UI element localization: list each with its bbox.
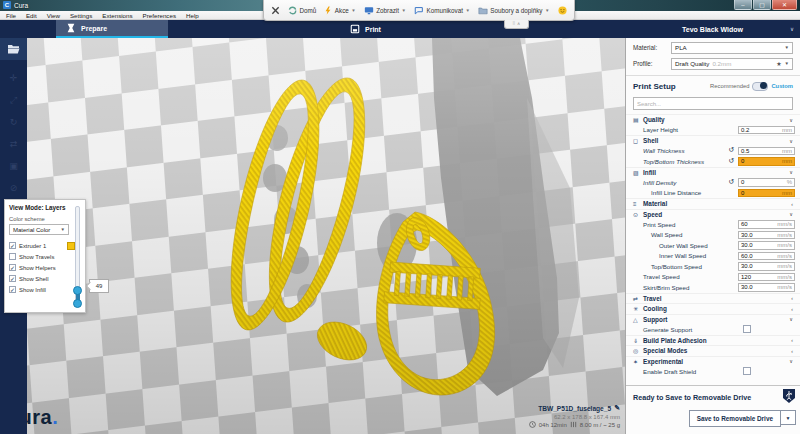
- setting-row-top-bottom-thickness: Top/Bottom Thickness↺0mm: [626, 156, 800, 167]
- section-experimental[interactable]: ✶Experimental∨: [626, 356, 800, 367]
- chevron-down-icon: ▼: [351, 8, 355, 13]
- reset-to-default-icon[interactable]: ↺: [728, 146, 734, 154]
- menu-settings[interactable]: Settings: [70, 12, 92, 19]
- smiley-button[interactable]: [558, 6, 567, 15]
- support-blocker-tool[interactable]: ⊘: [0, 177, 27, 199]
- per-model-settings-tool[interactable]: ▣: [0, 155, 27, 177]
- section-cooling[interactable]: ✳Cooling‹: [626, 303, 800, 314]
- section-build-plate-adhesion[interactable]: ⇓Build Plate Adhesion‹: [626, 335, 800, 346]
- input-inner-wall-speed[interactable]: 60.0mm/s: [738, 252, 795, 261]
- input-layer-height[interactable]: 0.2mm: [738, 126, 795, 135]
- scale-icon: ⤢: [10, 96, 17, 105]
- save-to-removable-drive-button[interactable]: Save to Removable Drive: [689, 410, 781, 427]
- reset-to-default-icon[interactable]: ↺: [728, 157, 734, 165]
- reset-to-default-icon[interactable]: ↺: [728, 178, 734, 186]
- zobrazit-button[interactable]: Zobrazit▼: [364, 6, 406, 15]
- section-infill[interactable]: ▨Infill∨: [626, 167, 800, 178]
- menu-edit[interactable]: Edit: [26, 12, 37, 19]
- section-material[interactable]: ≡Material‹: [626, 198, 800, 209]
- checkbox-show-helpers[interactable]: ✓: [9, 264, 16, 271]
- output-status: Ready to Save to Removable Drive: [633, 393, 751, 402]
- recommended-label: Recommended: [710, 83, 749, 89]
- menu-preferences[interactable]: Preferences: [143, 12, 176, 19]
- move-tool[interactable]: ✛: [0, 67, 27, 89]
- section-speed[interactable]: ⊙Speed∨: [626, 209, 800, 220]
- input-skirt-brim-speed[interactable]: 30.0mm/s: [738, 283, 795, 292]
- setup-mode-toggle[interactable]: [752, 82, 768, 91]
- checkbox-show-infill[interactable]: ✓: [9, 286, 16, 293]
- minimize-button[interactable]: –: [734, 0, 752, 10]
- checkbox-extruder-1[interactable]: ✓: [9, 242, 16, 249]
- setting-row-outer-wall-speed: Outer Wall Speed30.0mm/s: [626, 240, 800, 251]
- setting-row-enable-draft-shield: Enable Draft Shield: [626, 366, 800, 377]
- material-select[interactable]: PLA ▼: [671, 42, 793, 54]
- input-infill-line-distance[interactable]: 0mm: [738, 189, 795, 198]
- soubory-a-dopl-ky-button[interactable]: Soubory a doplňky▼: [478, 6, 550, 15]
- scale-tool[interactable]: ⤢: [0, 89, 27, 111]
- tab-prepare[interactable]: Prepare: [56, 20, 168, 38]
- menu-file[interactable]: File: [6, 12, 16, 19]
- menu-help[interactable]: Help: [186, 12, 199, 19]
- input-print-speed[interactable]: 60mm/s: [738, 220, 795, 229]
- checkbox-show-travels[interactable]: [9, 253, 16, 260]
- mirror-tool[interactable]: ⇄: [0, 133, 27, 155]
- rotate-icon: ↻: [10, 118, 18, 127]
- section-support[interactable]: △Support∨: [626, 314, 800, 325]
- rotate-tool[interactable]: ↻: [0, 111, 27, 133]
- star-icon[interactable]: ★: [776, 60, 781, 67]
- setting-row-skirt-brim-speed: Skirt/Brim Speed30.0mm/s: [626, 282, 800, 293]
- chevron-down-icon: ∨: [790, 26, 794, 32]
- input-wall-thickness[interactable]: 0.5mm: [738, 147, 795, 156]
- remote-toolbar-collapse[interactable]: ⁞⁞∧: [504, 20, 529, 29]
- custom-label[interactable]: Custom: [771, 83, 793, 89]
- section-travel[interactable]: ⇄Travel‹: [626, 293, 800, 304]
- checkbox-show-shell[interactable]: ✓: [9, 275, 16, 282]
- komunikovat-button[interactable]: Komunikovat▼: [414, 6, 470, 15]
- layer-slider-handle-top[interactable]: [73, 286, 82, 295]
- input-infill-density[interactable]: 0%: [738, 178, 795, 187]
- output-device-dropdown[interactable]: ▼: [781, 410, 796, 425]
- edit-name-icon[interactable]: ✎: [614, 404, 620, 412]
- search-input[interactable]: [634, 101, 792, 107]
- color-scheme-select[interactable]: Material Color ▼: [9, 224, 69, 235]
- layer-slider-handle-bottom[interactable]: [73, 299, 82, 308]
- setting-row-layer-height: Layer Height0.2mm: [626, 125, 800, 136]
- input-outer-wall-speed[interactable]: 30.0mm/s: [738, 241, 795, 250]
- cura-window: View Mode: Layers Color scheme Material …: [0, 0, 800, 434]
- chevron-down-icon: ▼: [465, 8, 469, 13]
- infill-section-icon: ▨: [633, 169, 643, 176]
- model-dimensions: 62.2 x 178.8 x 167.4 mm: [529, 414, 620, 420]
- input-travel-speed[interactable]: 120mm/s: [738, 273, 795, 282]
- checkbox-generate-support[interactable]: [743, 325, 751, 333]
- viewoption-show-shell: ✓Show Shell: [9, 273, 75, 284]
- close-session-button[interactable]: [271, 6, 280, 15]
- print-estimates: 04h 12min 8.00 m / ~ 25 g: [529, 421, 620, 428]
- chevron-down-icon: ▼: [402, 8, 406, 13]
- chevron-left-icon: ‹: [791, 295, 793, 301]
- section-shell[interactable]: ◻Shell∨: [626, 135, 800, 146]
- checkbox-enable-draft-shield[interactable]: [743, 367, 751, 375]
- layer-range-slider[interactable]: [73, 206, 80, 304]
- input-top-bottom-thickness[interactable]: 0mm: [738, 157, 795, 166]
- dom-button[interactable]: Domů: [288, 6, 316, 15]
- cooling-section-icon: ✳: [633, 305, 643, 312]
- settings-search: [633, 97, 793, 110]
- toggle-knob: [760, 82, 767, 89]
- machine-selector[interactable]: Tevo Black Widow ∨: [625, 20, 800, 38]
- menu-extensions[interactable]: Extensions: [102, 12, 132, 19]
- menu-view[interactable]: View: [47, 12, 60, 19]
- viewport-3d[interactable]: [27, 38, 625, 434]
- close-button[interactable]: ✕: [772, 0, 797, 10]
- input-wall-speed[interactable]: 30.0mm/s: [738, 231, 795, 240]
- setting-row-infill-line-distance: Infill Line Distance0mm: [626, 188, 800, 199]
- section-special-modes[interactable]: ◎Special Modes‹: [626, 345, 800, 356]
- input-top-bottom-speed[interactable]: 30.0mm/s: [738, 262, 795, 271]
- tab-print[interactable]: Print: [340, 20, 391, 38]
- profile-select[interactable]: Draft Quality 0.2mm ★ ▼: [671, 58, 793, 70]
- section-quality[interactable]: ▤Quality∨: [626, 114, 800, 125]
- viewoption-show-infill: ✓Show Infill: [9, 284, 75, 295]
- maximize-button[interactable]: ▢: [753, 0, 771, 10]
- akce-button[interactable]: Akce▼: [324, 6, 355, 15]
- open-file-tool[interactable]: [0, 38, 27, 60]
- experimental-section-icon: ✶: [633, 358, 643, 365]
